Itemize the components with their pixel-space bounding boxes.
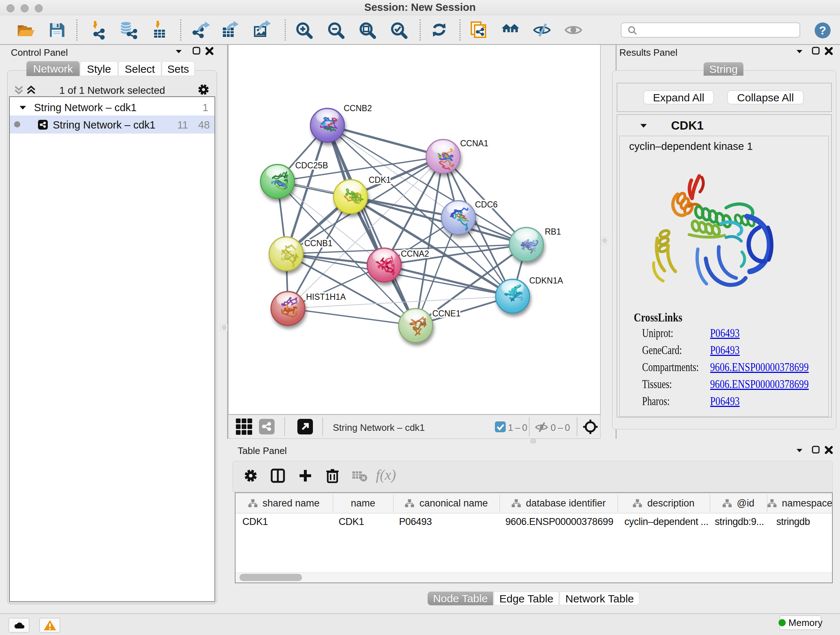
svg-text:RB1: RB1 bbox=[545, 227, 561, 236]
svg-text:CCNB1: CCNB1 bbox=[304, 239, 332, 248]
svg-text:CCNE1: CCNE1 bbox=[432, 309, 461, 318]
svg-text:CDC6: CDC6 bbox=[475, 200, 498, 209]
svg-text:HIST1H1A: HIST1H1A bbox=[306, 292, 346, 302]
svg-text:CDC25B: CDC25B bbox=[295, 161, 328, 170]
svg-text:CCNA1: CCNA1 bbox=[460, 139, 488, 148]
svg-text:CDK1: CDK1 bbox=[369, 175, 391, 185]
svg-text:CDKN1A: CDKN1A bbox=[529, 276, 563, 285]
svg-text:CCNA2: CCNA2 bbox=[401, 249, 429, 258]
svg-text:CCNB2: CCNB2 bbox=[344, 103, 372, 113]
